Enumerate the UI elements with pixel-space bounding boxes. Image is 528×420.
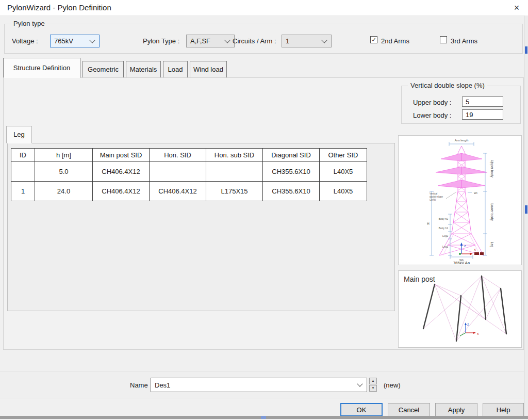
name-label: Name bbox=[130, 381, 148, 389]
body-h1-label: Body h1 bbox=[439, 227, 449, 230]
col-header-hori-sub[interactable]: Hori. sub SID bbox=[206, 149, 263, 162]
table-cell[interactable] bbox=[206, 162, 263, 182]
pylon-type-label: Pylon Type : bbox=[143, 37, 179, 45]
col-header-hori[interactable]: Hori. SID bbox=[150, 149, 206, 162]
pylon-preview-panel: Arm length Wt Wb H Body h2 Body h1 Leg2 … bbox=[398, 135, 522, 265]
main-post-drawing: z x bbox=[399, 271, 521, 347]
circuits-arm-label: Circuits / Arm : bbox=[233, 37, 276, 45]
body-tab-leg[interactable]: Leg bbox=[6, 126, 32, 143]
lower-body-input[interactable] bbox=[462, 109, 503, 120]
section-grid-panel: ID h [m] Main post SID Hori. SID Hori. s… bbox=[7, 143, 395, 311]
col-header-h[interactable]: h [m] bbox=[35, 149, 93, 162]
pylon-type-select[interactable]: A,F,SF bbox=[186, 35, 235, 47]
tab-load[interactable]: Load bbox=[163, 61, 188, 78]
slope-note-line3: (2x%) bbox=[430, 199, 436, 201]
lower-body-dim-label: Lower body bbox=[490, 203, 494, 221]
col-header-diagonal[interactable]: Diagonal SID bbox=[263, 149, 320, 162]
pylon-type-group-label: Pylon type bbox=[11, 20, 47, 27]
tab-materials[interactable]: Materials bbox=[126, 61, 161, 78]
row-id-cell[interactable]: 1 bbox=[11, 182, 35, 201]
wt-dim-label: Wt bbox=[474, 191, 477, 195]
table-cell[interactable]: 5.0 bbox=[35, 162, 93, 182]
table-cell[interactable]: CH355.6X10 bbox=[263, 162, 320, 182]
col-header-other[interactable]: Other SID bbox=[320, 149, 367, 162]
axis-z-label: Z bbox=[464, 245, 466, 248]
table-cell[interactable]: CH355.6X10 bbox=[263, 182, 320, 201]
second-arms-checkbox[interactable]: ✓ bbox=[370, 36, 377, 43]
new-status-label: (new) bbox=[384, 381, 401, 389]
table-cell[interactable]: CH406.4X12 bbox=[150, 182, 206, 201]
row-id-cell[interactable]: 2 bbox=[11, 162, 35, 182]
spinner-down-icon[interactable]: ▼ bbox=[369, 385, 377, 392]
leg2-label: Leg2 bbox=[442, 234, 448, 237]
upper-body-input[interactable] bbox=[462, 96, 503, 107]
h-dim-label: H bbox=[427, 222, 430, 225]
name-combobox[interactable]: Des1 bbox=[151, 378, 367, 392]
table-cell[interactable]: CH406.4X12 bbox=[93, 162, 150, 182]
window-right-edge bbox=[524, 15, 528, 416]
table-cell[interactable]: 24.0 bbox=[35, 182, 93, 201]
ok-button[interactable]: OK bbox=[340, 403, 383, 416]
window-title: PylonWizard - Pylon Definition bbox=[7, 0, 111, 15]
chevron-down-icon bbox=[321, 37, 327, 43]
slope-note-line1: Vertical bbox=[430, 192, 437, 195]
col-header-id[interactable]: ID bbox=[11, 149, 35, 162]
leg-dim-label: Leg bbox=[490, 242, 494, 248]
vertical-double-slope-label: Vertical double slope (%) bbox=[408, 82, 487, 89]
pylon-type-group: Pylon type Voltage : 765kV Pylon Type : … bbox=[4, 24, 523, 54]
vertical-double-slope-group: Vertical double slope (%) Upper body : L… bbox=[401, 86, 521, 124]
body-h2-label: Body h2 bbox=[439, 217, 449, 220]
col-header-main-post[interactable]: Main post SID bbox=[93, 149, 150, 162]
upper-body-dim-label: Upper body bbox=[490, 160, 494, 177]
upper-body-label: Upper body : bbox=[413, 99, 451, 106]
table-cell[interactable]: L175X15 bbox=[206, 182, 263, 201]
axis-x-label: X bbox=[474, 248, 476, 251]
section-table[interactable]: ID h [m] Main post SID Hori. SID Hori. s… bbox=[11, 148, 367, 201]
table-cell[interactable] bbox=[150, 162, 206, 182]
leg1-label: Leg1 bbox=[442, 245, 448, 248]
table-cell[interactable]: L40X5 bbox=[320, 182, 367, 201]
lower-body-label: Lower body : bbox=[413, 111, 451, 119]
check-icon: ✓ bbox=[371, 37, 376, 43]
table-row[interactable]: 2 5.0 CH406.4X12 CH355.6X10 L40X5 bbox=[11, 162, 367, 182]
arm-length-label: Arm length bbox=[455, 139, 469, 142]
voltage-label: Voltage : bbox=[12, 37, 38, 45]
table-row[interactable]: 1 24.0 CH406.4X12 CH406.4X12 L175X15 CH3… bbox=[11, 182, 367, 201]
preview-caption: 765kV Aa bbox=[453, 261, 470, 265]
window-titlebar: PylonWizard - Pylon Definition × bbox=[0, 0, 528, 16]
second-arms-label: 2nd Arms bbox=[381, 37, 409, 45]
tab-structure-definition[interactable]: Structure Definition bbox=[3, 58, 80, 78]
third-arms-checkbox[interactable] bbox=[440, 36, 447, 43]
name-spinner[interactable]: ▲ ▼ bbox=[369, 378, 377, 392]
table-cell[interactable]: L40X5 bbox=[320, 162, 367, 182]
chevron-down-icon bbox=[89, 37, 95, 43]
voltage-select[interactable]: 765kV bbox=[50, 35, 100, 47]
spinner-up-icon[interactable]: ▲ bbox=[369, 378, 377, 384]
apply-button[interactable]: Apply bbox=[435, 403, 477, 416]
circuits-arm-select[interactable]: 1 bbox=[282, 35, 332, 47]
tab-wind-load[interactable]: Wind load bbox=[190, 61, 227, 78]
table-header-row: ID h [m] Main post SID Hori. SID Hori. s… bbox=[11, 149, 367, 162]
third-arms-label: 3rd Arms bbox=[451, 37, 477, 45]
close-icon[interactable]: × bbox=[510, 2, 523, 14]
right-edge-marker bbox=[525, 46, 527, 54]
chevron-down-icon bbox=[357, 381, 362, 386]
tab-geometric[interactable]: Geometric bbox=[82, 61, 124, 78]
main-post-panel: Main post z x bbox=[398, 270, 522, 348]
right-edge-marker bbox=[525, 205, 527, 214]
cancel-button[interactable]: Cancel bbox=[388, 403, 430, 416]
bottom-edge-marker bbox=[261, 416, 266, 419]
slope-note-line2: double slope bbox=[430, 196, 443, 198]
mainpost-axis-x-label: x bbox=[477, 332, 479, 335]
mainpost-axis-z-label: z bbox=[467, 322, 469, 326]
pylon-preview-drawing: Arm length Wt Wb H Body h2 Body h1 Leg2 … bbox=[399, 136, 521, 265]
table-cell[interactable]: CH406.4X12 bbox=[93, 182, 150, 201]
help-button[interactable]: Help bbox=[483, 403, 524, 416]
chevron-down-icon bbox=[224, 37, 230, 43]
